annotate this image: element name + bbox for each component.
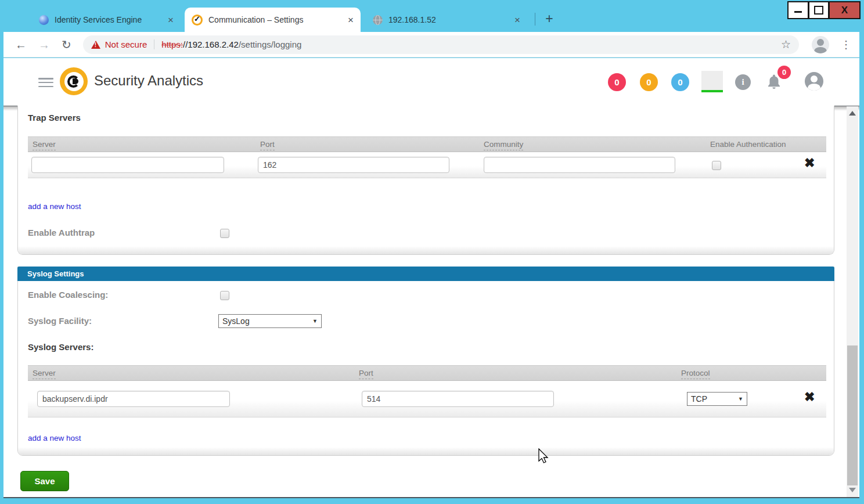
url-path: /settings/logging	[239, 39, 301, 49]
tab-communication-settings[interactable]: ✓ Communication – Settings ×	[185, 8, 361, 32]
scrollbar[interactable]	[847, 106, 858, 497]
reload-icon[interactable]: ↻	[62, 39, 71, 51]
trap-server-input[interactable]	[31, 157, 224, 173]
column-header-protocol: Protocol	[681, 369, 710, 377]
tab-title: Identity Services Engine	[55, 15, 163, 24]
trap-port-input[interactable]	[258, 157, 449, 173]
table-row: TCP ▼ ✖	[28, 381, 826, 417]
close-icon: X	[841, 5, 848, 16]
minimize-icon	[794, 11, 802, 13]
app-header: Security Analytics 0 0 0 i 0	[3, 58, 859, 106]
enable-authentication-checkbox[interactable]	[712, 161, 721, 170]
tab-192-168-1-52[interactable]: 192.168.1.52 ×	[366, 8, 527, 32]
delete-row-icon[interactable]: ✖	[804, 157, 815, 170]
titlebar: Identity Services Engine × ✓ Communicati…	[0, 0, 864, 32]
tab-close-icon[interactable]: ×	[348, 15, 354, 25]
check-favicon-icon: ✓	[192, 15, 203, 26]
enable-authtrap-checkbox[interactable]	[220, 229, 229, 238]
enable-coalescing-label: Enable Coalescing:	[28, 290, 108, 300]
column-header-port: Port	[359, 369, 373, 377]
browser-toolbar: ← → ↻ ! Not secure https: //192.168.2.42…	[3, 32, 859, 57]
forward-icon[interactable]: →	[38, 39, 50, 51]
syslog-servers-table: Server Port Protocol TCP ▼ ✖	[28, 365, 826, 417]
protocol-select[interactable]: TCP ▼	[687, 392, 747, 406]
omnibox-divider	[154, 39, 154, 49]
table-row: ✖	[28, 152, 826, 178]
syslog-server-input[interactable]	[37, 391, 230, 407]
page-content: Trap Servers Server Port Community Enabl…	[3, 106, 859, 498]
column-header-server: Server	[33, 369, 56, 377]
trap-servers-panel: Trap Servers Server Port Community Enabl…	[17, 106, 834, 255]
syslog-facility-label: Syslog Facility:	[28, 316, 92, 326]
enable-coalescing-checkbox[interactable]	[220, 291, 229, 300]
chevron-down-icon: ▼	[312, 318, 318, 324]
enable-authtrap-label: Enable Authtrap	[28, 228, 95, 237]
notifications-button[interactable]: 0	[765, 73, 791, 96]
browser-profile-avatar[interactable]	[812, 36, 829, 53]
chevron-down-icon: ▼	[738, 396, 743, 402]
protocol-value: TCP	[691, 394, 707, 404]
status-indicator[interactable]	[701, 71, 723, 92]
syslog-facility-value: SysLog	[222, 316, 250, 326]
window-close-button[interactable]: X	[829, 1, 861, 19]
alert-badge-red[interactable]: 0	[608, 73, 626, 91]
new-tab-button[interactable]: +	[541, 10, 557, 27]
tab-title: Communication – Settings	[208, 15, 343, 24]
column-header-community: Community	[484, 140, 523, 149]
ise-favicon-icon	[39, 15, 49, 25]
tab-title: 192.168.1.52	[388, 15, 510, 24]
back-icon[interactable]: ←	[15, 39, 27, 51]
window-minimize-button[interactable]	[787, 1, 809, 19]
delete-row-icon[interactable]: ✖	[804, 391, 815, 404]
content-bottom-border	[3, 497, 859, 498]
tab-close-icon[interactable]: ×	[514, 15, 520, 25]
trap-servers-table: Server Port Community Enable Authenticat…	[28, 136, 826, 178]
syslog-port-input[interactable]	[362, 391, 554, 407]
url-scheme: https:	[161, 39, 183, 49]
hamburger-menu-icon[interactable]	[38, 78, 53, 87]
syslog-settings-panel: Syslog Settings Enable Coalescing: Syslo…	[17, 267, 834, 456]
trap-servers-heading: Trap Servers	[28, 113, 81, 123]
info-icon[interactable]: i	[735, 74, 751, 90]
tab-separator	[535, 13, 535, 26]
security-analytics-logo	[60, 67, 88, 95]
url-host: //192.168.2.42	[183, 39, 239, 49]
bookmark-star-icon[interactable]: ☆	[781, 38, 791, 51]
browser-menu-icon[interactable]: ⋮	[841, 38, 851, 51]
globe-favicon-icon	[373, 15, 383, 25]
maximize-icon	[814, 6, 823, 15]
browser-window: Identity Services Engine × ✓ Communicati…	[0, 0, 864, 504]
column-header-enable-authentication: Enable Authentication	[710, 140, 786, 149]
save-button[interactable]: Save	[20, 471, 69, 491]
alert-badge-blue[interactable]: 0	[671, 73, 689, 91]
syslog-servers-heading: Syslog Servers:	[28, 342, 93, 352]
scrollbar-thumb[interactable]	[847, 345, 858, 485]
window-maximize-button[interactable]	[808, 1, 829, 19]
syslog-settings-header: Syslog Settings	[17, 267, 834, 281]
user-avatar[interactable]	[805, 72, 823, 91]
column-header-port: Port	[260, 140, 275, 149]
notification-count-badge: 0	[777, 66, 791, 79]
tab-close-icon[interactable]: ×	[168, 15, 174, 25]
tab-identity-services-engine[interactable]: Identity Services Engine ×	[32, 8, 181, 32]
table-header-row: Server Port Community Enable Authenticat…	[28, 136, 826, 152]
address-bar[interactable]: ! Not secure https: //192.168.2.42 /sett…	[83, 35, 799, 54]
alert-badge-orange[interactable]: 0	[640, 73, 658, 91]
scroll-up-icon[interactable]	[849, 111, 856, 116]
trap-community-input[interactable]	[484, 157, 675, 173]
column-header-server: Server	[33, 140, 56, 149]
not-secure-label[interactable]: Not secure	[105, 39, 147, 49]
scroll-down-icon[interactable]	[849, 488, 856, 492]
trap-add-host-link[interactable]: add a new host	[28, 202, 81, 211]
app-title: Security Analytics	[94, 73, 203, 89]
syslog-facility-select[interactable]: SysLog ▼	[218, 314, 322, 328]
not-secure-warning-icon: !	[91, 41, 100, 49]
table-header-row: Server Port Protocol	[28, 365, 826, 381]
syslog-add-host-link[interactable]: add a new host	[28, 434, 81, 442]
